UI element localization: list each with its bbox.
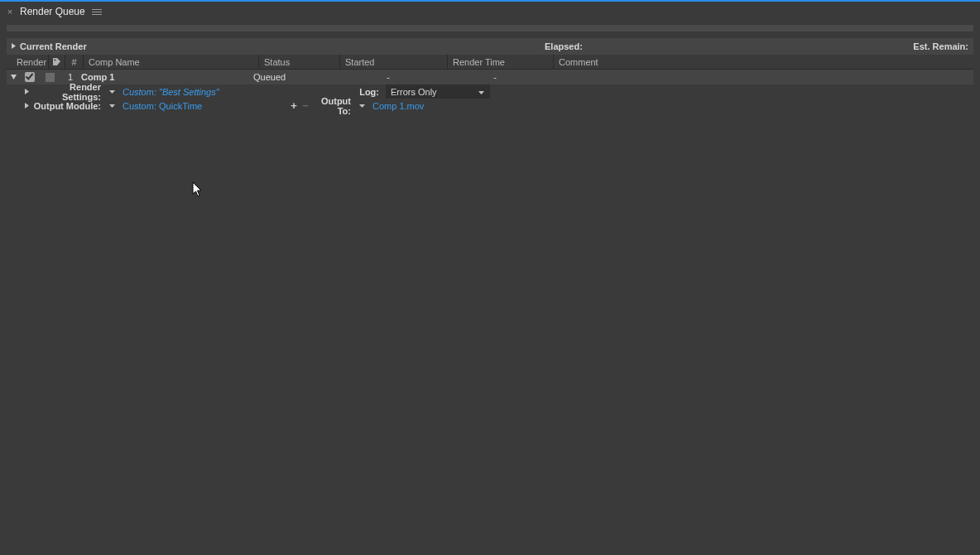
output-module-value-link[interactable]: Custom: QuickTime bbox=[122, 101, 202, 111]
render-item-row[interactable]: 1 Comp 1 Queued - - bbox=[7, 70, 973, 84]
column-started[interactable]: Started bbox=[339, 55, 447, 69]
output-module-row: Output Module: Custom: QuickTime + − Out… bbox=[7, 99, 973, 113]
render-settings-value-link[interactable]: Custom: "Best Settings" bbox=[122, 87, 219, 97]
svg-point-0 bbox=[55, 60, 56, 61]
current-render-label: Current Render bbox=[20, 41, 87, 51]
render-progress-bar bbox=[7, 25, 973, 31]
current-render-header: Current Render Elapsed: Est. Remain: bbox=[7, 38, 973, 55]
output-module-dropdown-icon[interactable] bbox=[106, 104, 118, 109]
close-panel-icon[interactable]: × bbox=[5, 7, 15, 17]
column-status[interactable]: Status bbox=[258, 55, 339, 69]
panel-tab-bar: × Render Queue bbox=[0, 2, 980, 22]
elapsed-label: Elapsed: bbox=[545, 41, 583, 51]
render-settings-dropdown-icon[interactable] bbox=[106, 89, 118, 94]
column-render[interactable]: Render bbox=[7, 55, 48, 69]
output-to-value-link[interactable]: Comp 1.mov bbox=[372, 101, 424, 111]
render-settings-twirl-icon[interactable] bbox=[22, 87, 31, 97]
item-started: - bbox=[334, 72, 442, 82]
output-to-section: + − Output To: Comp 1.mov bbox=[288, 96, 424, 116]
current-render-twirl-icon[interactable] bbox=[7, 41, 20, 51]
column-comment[interactable]: Comment bbox=[553, 55, 626, 69]
item-number: 1 bbox=[60, 72, 81, 82]
item-twirl-icon[interactable] bbox=[7, 72, 20, 82]
output-module-twirl-icon[interactable] bbox=[22, 101, 31, 111]
item-render-time: - bbox=[442, 72, 548, 82]
render-settings-row: Render Settings: Custom: "Best Settings"… bbox=[7, 84, 973, 99]
output-to-dropdown-icon[interactable] bbox=[356, 104, 368, 109]
column-label[interactable] bbox=[48, 55, 65, 69]
output-module-label: Output Module: bbox=[31, 101, 101, 111]
item-label-swatch[interactable] bbox=[40, 73, 60, 82]
item-status: Queued bbox=[253, 72, 334, 82]
est-remain-label: Est. Remain: bbox=[913, 41, 968, 51]
chevron-down-icon bbox=[478, 87, 485, 97]
remove-output-module-button: − bbox=[300, 100, 311, 112]
column-render-time[interactable]: Render Time bbox=[447, 55, 553, 69]
item-render-checkbox[interactable] bbox=[20, 72, 40, 82]
add-output-module-button[interactable]: + bbox=[288, 100, 300, 112]
column-comp-name[interactable]: Comp Name bbox=[83, 55, 258, 69]
column-number[interactable]: # bbox=[65, 55, 83, 69]
panel-menu-icon[interactable] bbox=[92, 9, 102, 15]
output-to-label: Output To: bbox=[311, 96, 351, 116]
render-settings-label: Render Settings: bbox=[31, 82, 101, 102]
mouse-cursor-icon bbox=[192, 181, 204, 200]
tag-icon bbox=[52, 57, 61, 66]
panel-title[interactable]: Render Queue bbox=[20, 6, 85, 17]
column-header-row: Render # Comp Name Status Started Render… bbox=[7, 55, 973, 70]
item-comp-name: Comp 1 bbox=[81, 72, 253, 82]
